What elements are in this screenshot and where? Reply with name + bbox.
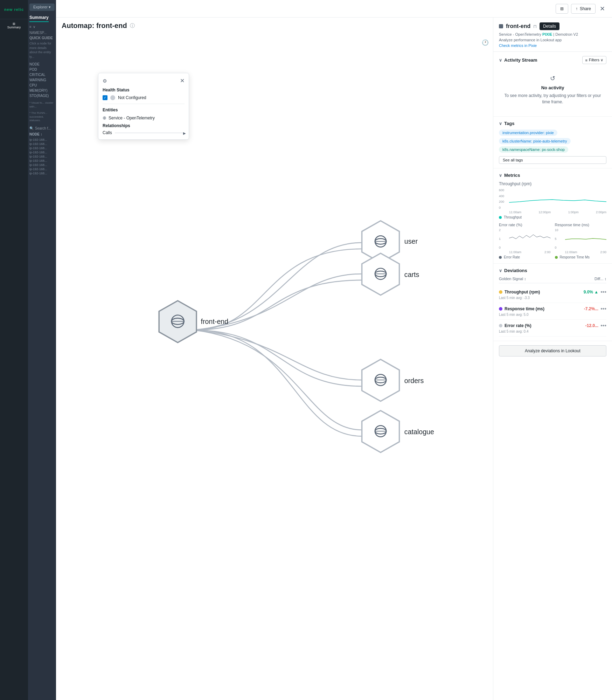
deviations-table-header: Golden Signal ↕ Diff... ↕ xyxy=(499,277,606,283)
no-activity-container: ↺ No activity To see more activity, try … xyxy=(499,68,606,112)
sidebar-item-summary[interactable]: ⊞ Summary xyxy=(0,19,28,32)
dev-diff-2: -12.0... ••• xyxy=(585,323,606,329)
response-time-line xyxy=(565,238,607,240)
dev-diff-0: 9.0% ▲ ••• xyxy=(584,289,606,295)
filters-icon: ≡ xyxy=(585,58,587,62)
top-toolbar: ⊞ ↑ Share ✕ xyxy=(56,0,612,18)
node-item: NODE xyxy=(29,62,55,67)
filter-popup: ⚙ ✕ Health Status Not Configured Entitie… xyxy=(98,73,189,140)
analyze-link: Analyze performance in Lookout app xyxy=(499,38,606,42)
throughput-chart-title: Throughput (rpm) xyxy=(499,181,606,186)
clock-icon[interactable]: 🕐 xyxy=(482,39,489,46)
activity-stream-title: ∨ Activity Stream xyxy=(499,57,537,63)
metrics-chevron-icon: ∨ xyxy=(499,173,502,178)
deviation-row: Error rate (%) -12.0... ••• Last 5 min a… xyxy=(499,320,606,337)
automap-canvas: 🕐 xyxy=(56,35,493,700)
ip-item: ip-192-168... xyxy=(29,142,55,146)
deviations-header: ∨ Deviations xyxy=(499,268,606,273)
share-button[interactable]: ↑ Share xyxy=(571,4,596,14)
ip-item: ip-192-168... xyxy=(29,167,55,171)
deviations-chevron-icon: ∨ xyxy=(499,268,502,273)
ip-list: ip-192-168...ip-192-168...ip-192-168...i… xyxy=(29,138,55,175)
info-icon[interactable]: ⓘ xyxy=(130,23,135,29)
check-metrics-link[interactable]: Check metrics in Pixie xyxy=(499,43,537,48)
error-chart-row: 2 1 0 xyxy=(499,228,551,249)
entity-header: front-end ⊓ Details xyxy=(499,22,606,30)
response-legend-dot xyxy=(555,256,558,259)
dev-dot-2 xyxy=(499,324,502,327)
calls-row: Calls ▶ xyxy=(103,130,185,135)
warning-item: WARNING xyxy=(29,77,55,83)
sidebar-nav: ⊞ Summary xyxy=(0,19,28,700)
error-y-axis: 2 1 0 xyxy=(499,228,508,249)
response-chart-area xyxy=(565,228,607,249)
edge-user-frontend xyxy=(193,243,362,330)
node-carts-hex[interactable] xyxy=(362,253,399,295)
filter-divider xyxy=(103,104,185,104)
ip-item: ip-192-168... xyxy=(29,154,55,159)
dev-signal-1: Response time (ms) xyxy=(499,306,544,311)
tag-namespacename: k8s.namespaceName: px-sock-shop xyxy=(499,146,568,153)
calls-arrow-icon: ▶ xyxy=(183,131,186,135)
dev-diff-1: -7.2%... ••• xyxy=(584,306,606,312)
response-time-title: Response time (ms) xyxy=(555,223,607,227)
cpu-item: CPU xyxy=(29,83,55,88)
details-button[interactable]: Details xyxy=(540,22,559,30)
refresh-icon[interactable]: ↺ xyxy=(502,75,604,82)
activity-filters-button[interactable]: ≡ Filters ∨ xyxy=(582,56,606,64)
entity-header-section: front-end ⊓ Details Service - OpenTeleme… xyxy=(493,18,612,52)
ip-item: ip-192-168... xyxy=(29,159,55,163)
right-panel: front-end ⊓ Details Service - OpenTeleme… xyxy=(493,18,612,700)
error-rate-line xyxy=(509,235,551,239)
calls-line: ▶ xyxy=(115,133,185,133)
see-all-tags-button[interactable]: See all tags xyxy=(499,156,606,164)
throughput-y-axis: 600 400 200 0 xyxy=(499,188,508,209)
tag-clustername: k8s.clusterName: pixie-auto-telemetry xyxy=(499,138,571,144)
search-row: 🔍 Search f... xyxy=(29,126,55,130)
no-activity-title: No activity xyxy=(502,85,604,90)
edge-frontend-catalogue xyxy=(193,330,362,436)
throughput-chart: 600 400 200 0 11:00am 12:0 xyxy=(499,188,606,219)
deviations-section: ∨ Deviations Golden Signal ↕ Diff... ↕ T… xyxy=(493,264,612,341)
deviations-rows: Throughput (rpm) 9.0% ▲ ••• Last 5 min a… xyxy=(499,286,606,337)
critical-item: CRITICAL xyxy=(29,72,55,77)
namespace-label: NAMESP... xyxy=(29,31,55,35)
page-title: Automap: front-end xyxy=(62,22,127,30)
filter-popup-close[interactable]: ✕ xyxy=(180,77,185,84)
metrics-section: ∨ Metrics Throughput (rpm) 600 400 200 0 xyxy=(493,168,612,264)
main-content: ⊞ ↑ Share ✕ Automap: front-end ⓘ 🕐 xyxy=(56,0,612,700)
throughput-chart-row: 600 400 200 0 xyxy=(499,188,606,209)
close-button[interactable]: ✕ xyxy=(598,4,606,14)
activity-chevron-icon: ∨ xyxy=(499,58,502,63)
sidebar: new relic ⊞ Summary xyxy=(0,0,28,700)
metrics-header: ∨ Metrics xyxy=(499,173,606,178)
filter-row: ≡∨ xyxy=(29,25,55,29)
dev-menu-0[interactable]: ••• xyxy=(600,289,606,295)
ip-item: ip-192-168... xyxy=(29,138,55,142)
dev-avg-1: Last 5 min avg: 5.0 xyxy=(499,313,606,317)
dev-signal-2: Error rate (%) xyxy=(499,323,531,328)
node-catalogue-hex[interactable] xyxy=(362,411,399,452)
tag-instrumentation: instrumentation.provider: pixie xyxy=(499,130,557,136)
error-rate-chart: Error rate (%) 2 1 0 xyxy=(499,223,551,259)
response-chart-row: 10 5 0 xyxy=(555,228,607,249)
tags-header: ∨ Tags xyxy=(499,121,606,126)
not-configured-checkbox[interactable] xyxy=(103,95,107,100)
explorer-button[interactable]: Explorer ▾ xyxy=(29,4,55,11)
guide-text: Click a node for more details about the … xyxy=(29,41,55,59)
copy-icon[interactable]: ⊓ xyxy=(533,24,537,29)
dev-row-main-0: Throughput (rpm) 9.0% ▲ ••• xyxy=(499,289,606,295)
analyze-deviations-button[interactable]: Analyze deviations in Lookout xyxy=(499,345,606,356)
summary-tab[interactable]: Summary xyxy=(29,14,49,22)
screenshots-button[interactable]: ⊞ xyxy=(556,4,568,14)
summary-icon: ⊞ xyxy=(1,22,27,26)
screenshot-icon: ⊞ xyxy=(560,6,564,11)
dev-pct-2: -12.0... xyxy=(585,323,598,328)
entity-globe-icon: ⊕ xyxy=(103,115,106,120)
mem-item: MEM(ORY) xyxy=(29,88,55,93)
dev-menu-1[interactable]: ••• xyxy=(600,306,606,312)
not-configured-label: Not Configured xyxy=(118,95,146,100)
error-legend-dot xyxy=(499,256,502,259)
dev-menu-2[interactable]: ••• xyxy=(600,323,606,329)
tags-chevron-icon: ∨ xyxy=(499,121,502,126)
